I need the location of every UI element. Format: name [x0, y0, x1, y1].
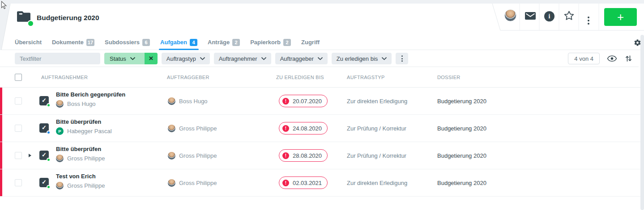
task-status-dot	[47, 158, 51, 162]
column-header-zu-erledigen-bis[interactable]: ZU ERLEDIGEN BIS	[276, 75, 324, 80]
task-title: Bitte überprüfen	[56, 118, 112, 125]
assigner-name: Boss Hugo	[179, 98, 208, 105]
visibility-eye-icon[interactable]	[607, 55, 617, 62]
task-icon: ✓	[39, 123, 49, 133]
assigner-name: Gross Philippe	[179, 152, 217, 159]
task-status-dot	[47, 130, 51, 134]
overdue-stripe	[0, 142, 2, 169]
filter-chip-label: Auftragstyp	[166, 55, 196, 62]
due-date-badge: ! 28.08.2020	[279, 149, 328, 162]
tab-papierkorb[interactable]: Papierkorb2	[250, 35, 291, 50]
chevron-down-icon	[200, 57, 205, 60]
filter-chip-auftragstyp[interactable]: Auftragstyp	[162, 53, 210, 64]
tab-subdossiers[interactable]: Subdossiers6	[105, 35, 150, 50]
tab-label: Dokumente	[52, 39, 84, 46]
overdue-stripe	[0, 169, 2, 196]
tab-count-badge: 4	[190, 39, 197, 46]
tab-label: Aufgaben	[160, 39, 187, 46]
filter-chip-label: Zu erledigen bis	[337, 55, 378, 62]
more-menu-icon[interactable]	[588, 17, 589, 25]
column-header-auftragstyp[interactable]: AUFTRAGSTYP	[347, 75, 385, 80]
more-filters-button[interactable]	[396, 53, 408, 64]
filter-chip-status[interactable]: Status ×	[104, 53, 158, 64]
text-filter-input[interactable]	[15, 53, 100, 64]
column-header-auftraggeber[interactable]: AUFTRAGGEBER	[167, 75, 209, 80]
clear-filter-icon[interactable]: ×	[145, 53, 158, 64]
assignee-avatar	[56, 182, 64, 189]
vertical-scrollbar[interactable]	[640, 35, 644, 210]
assigner-avatar	[168, 97, 175, 105]
chevron-down-icon	[318, 57, 323, 60]
tab-dokumente[interactable]: Dokumente17	[52, 35, 94, 50]
page-title: Budgetierung 2020	[37, 14, 99, 22]
user-avatar[interactable]	[504, 9, 516, 21]
row-checkbox[interactable]	[15, 97, 22, 105]
tab-bersicht[interactable]: Übersicht	[15, 35, 42, 50]
favorite-star-icon[interactable]	[563, 10, 575, 23]
task-type: Zur Prüfung / Korrektur	[347, 125, 406, 132]
table-row[interactable]: ✓ Bitte überprüfen Gross Philippe Gross …	[0, 142, 640, 169]
tab-count-badge: 2	[283, 39, 291, 46]
tab-antr-ge[interactable]: Anträge2	[208, 35, 240, 50]
task-icon: ✓	[39, 151, 49, 160]
dossier-header: Budgetierung 2020 i +	[0, 4, 644, 35]
overdue-stripe	[0, 88, 2, 114]
tab-aufgaben[interactable]: Aufgaben4	[160, 35, 197, 50]
column-header-auftragnehmer[interactable]: AUFTRAGNEHMER	[41, 75, 88, 80]
dossier-name: Budgetierung 2020	[437, 98, 486, 105]
assigner-avatar	[168, 152, 175, 160]
overdue-exclamation-icon: !	[282, 125, 289, 132]
select-all-checkbox[interactable]	[15, 74, 22, 81]
tab-label: Subdossiers	[105, 39, 140, 46]
add-button[interactable]: +	[604, 8, 637, 26]
chevron-down-icon	[261, 57, 266, 60]
assignee-avatar	[56, 155, 64, 162]
assigner-name: Gross Philippe	[179, 180, 217, 186]
row-checkbox[interactable]	[15, 179, 22, 186]
tab-bar: ÜbersichtDokumente17Subdossiers6Aufgaben…	[0, 35, 640, 50]
task-check-glyph: ✓	[42, 124, 47, 131]
due-date: 02.03.2021	[293, 180, 322, 186]
row-checkbox[interactable]	[15, 125, 22, 132]
mail-icon[interactable]	[525, 12, 536, 21]
filter-bar: Status × AuftragstypAuftragnehmerAuftrag…	[0, 50, 639, 67]
due-date-badge: ! 20.07.2020	[279, 95, 328, 107]
filter-chip-auftragnehmer[interactable]: Auftragnehmer	[214, 53, 271, 64]
assignee-avatar	[56, 100, 64, 108]
assigner-avatar	[168, 179, 175, 187]
assignee-name: Habegger Pascal	[67, 128, 112, 134]
assignee-avatar: P	[56, 127, 64, 135]
filter-chip-zu-erledigen-bis[interactable]: Zu erledigen bis	[332, 53, 392, 64]
task-check-glyph: ✓	[42, 179, 47, 185]
assigner-name: Gross Philippe	[179, 125, 217, 132]
due-date-badge: ! 24.08.2020	[279, 122, 328, 134]
tab-label: Papierkorb	[250, 39, 281, 46]
result-count: 4 von 4	[568, 53, 600, 64]
task-check-glyph: ✓	[42, 97, 47, 104]
table-row[interactable]: ✓ Bitte überprüfen P Habegger Pascal Gro…	[0, 115, 640, 142]
task-title: Test von Erich	[56, 173, 105, 180]
assignee-name: Gross Philippe	[67, 182, 105, 189]
due-date: 24.08.2020	[293, 125, 322, 132]
info-icon[interactable]: i	[544, 11, 554, 21]
expand-arrow-icon[interactable]	[29, 154, 31, 157]
table-row[interactable]: ✓ Test von Erich Gross Philippe Gross Ph…	[0, 169, 640, 197]
column-header-dossier[interactable]: DOSSIER	[437, 75, 461, 80]
filter-chip-label: Auftraggeber	[280, 55, 314, 62]
filter-chip-label: Auftragnehmer	[219, 55, 257, 62]
dossier-status-dot	[27, 20, 34, 27]
filter-chip-label: Status	[110, 55, 126, 62]
task-type: Zur direkten Erledigung	[347, 98, 407, 105]
tab-zugriff[interactable]: Zugriff	[301, 35, 320, 50]
settings-gear-icon[interactable]	[634, 39, 641, 48]
table-row[interactable]: ✓ Bitte Berich gegenprüfen Boss Hugo Bos…	[0, 88, 640, 115]
dossier-name: Budgetierung 2020	[437, 125, 486, 132]
filter-chip-auftraggeber[interactable]: Auftraggeber	[275, 53, 328, 64]
sort-icon[interactable]	[625, 55, 632, 62]
assignee-name: Boss Hugo	[67, 101, 96, 107]
info-glyph: i	[549, 13, 550, 20]
dossier-folder-icon	[17, 11, 32, 25]
task-type: Zur direkten Erledigung	[347, 180, 407, 186]
tab-count-badge: 2	[232, 39, 240, 46]
row-checkbox[interactable]	[15, 152, 22, 159]
